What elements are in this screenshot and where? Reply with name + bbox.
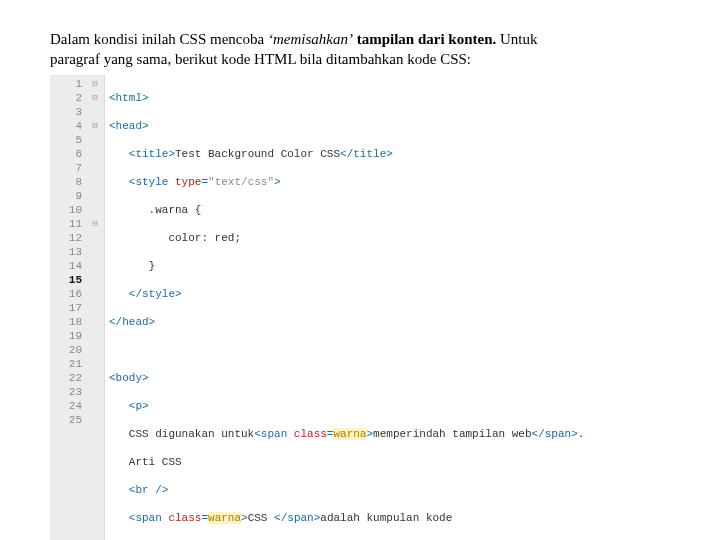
line-number-gutter: 1 2 3 4 5 6 7 8 9 10 11 12 13 14 15 16 1… <box>50 75 86 540</box>
fold-toggle-icon[interactable]: ⊟ <box>88 91 102 105</box>
fold-gutter: ⊟ ⊟ ⊟ ⊟ <box>86 75 105 540</box>
code-line: Arti CSS <box>109 455 584 469</box>
line-number: 7 <box>60 161 82 175</box>
line-number: 9 <box>60 189 82 203</box>
line-number: 2 <box>60 91 82 105</box>
code-line: <br /> <box>109 483 584 497</box>
line-number: 12 <box>60 231 82 245</box>
code-line: <span class=warna>CSS </span>adalah kump… <box>109 511 584 525</box>
code-line <box>109 343 584 357</box>
intro-t1b: ‘memisahkan’ <box>268 31 353 47</box>
code-line: } <box>109 259 584 273</box>
line-number: 6 <box>60 147 82 161</box>
code-line: <title>Test Background Color CSS</title> <box>109 147 584 161</box>
line-number: 22 <box>60 371 82 385</box>
line-number: 16 <box>60 287 82 301</box>
code-line: color: red; <box>109 231 584 245</box>
code-line: </head> <box>109 315 584 329</box>
intro-t2: paragraf yang sama, berikut kode HTML bi… <box>50 51 471 67</box>
line-number: 4 <box>60 119 82 133</box>
line-number: 17 <box>60 301 82 315</box>
line-number: 24 <box>60 399 82 413</box>
code-line: .warna { <box>109 203 584 217</box>
code-area[interactable]: <html> <head> <title>Test Background Col… <box>105 75 584 540</box>
fold-toggle-icon[interactable]: ⊟ <box>88 217 102 231</box>
code-line: <p> <box>109 399 584 413</box>
fold-toggle-icon[interactable]: ⊟ <box>88 77 102 91</box>
code-editor: 1 2 3 4 5 6 7 8 9 10 11 12 13 14 15 16 1… <box>50 75 670 540</box>
page: Dalam kondisi inilah CSS mencoba ‘memisa… <box>0 0 720 540</box>
line-number: 3 <box>60 105 82 119</box>
line-number: 21 <box>60 357 82 371</box>
line-number: 18 <box>60 315 82 329</box>
line-number: 1 <box>60 77 82 91</box>
line-number: 25 <box>60 413 82 427</box>
code-line: <style type="text/css"> <box>109 175 584 189</box>
code-line: <body> <box>109 371 584 385</box>
code-line: </style> <box>109 287 584 301</box>
line-number: 11 <box>60 217 82 231</box>
intro-t1c: tampilan dari konten. <box>353 31 500 47</box>
line-number: 14 <box>60 259 82 273</box>
intro-t1a: Dalam kondisi inilah CSS mencoba <box>50 31 268 47</box>
line-number: 13 <box>60 245 82 259</box>
line-number: 5 <box>60 133 82 147</box>
line-number: 23 <box>60 385 82 399</box>
line-number: 19 <box>60 329 82 343</box>
line-number: 10 <box>60 203 82 217</box>
line-number: 20 <box>60 343 82 357</box>
line-number: 8 <box>60 175 82 189</box>
line-number-current: 15 <box>60 273 82 287</box>
code-line: CSS digunakan untuk<span class=warna>mem… <box>109 427 584 441</box>
intro-paragraph: Dalam kondisi inilah CSS mencoba ‘memisa… <box>50 30 670 69</box>
code-line: <head> <box>109 119 584 133</box>
fold-toggle-icon[interactable]: ⊟ <box>88 119 102 133</box>
code-line: <html> <box>109 91 584 105</box>
intro-t1d: Untuk <box>500 31 538 47</box>
